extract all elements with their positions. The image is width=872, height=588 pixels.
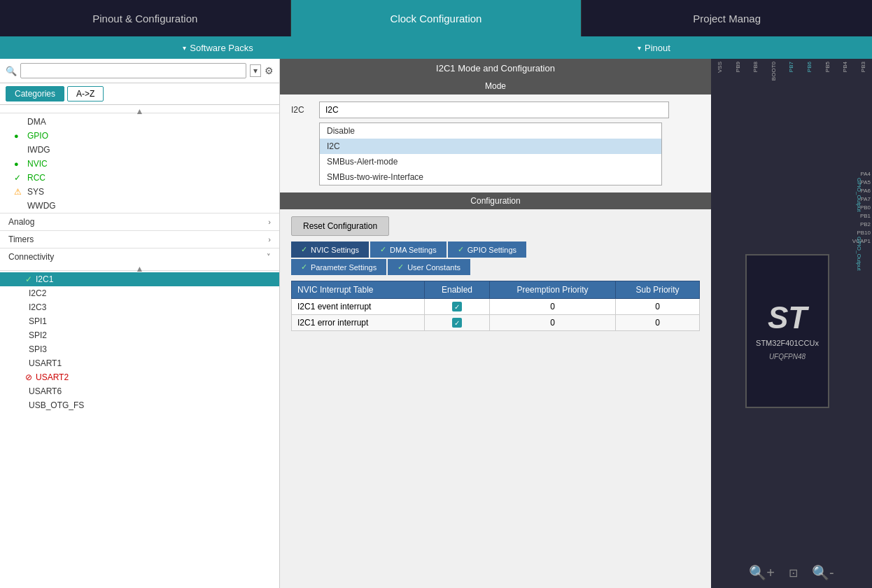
nvic-status-icon: ● <box>14 160 24 168</box>
sub-event: 0 <box>616 299 700 315</box>
sidebar-item-spi1[interactable]: SPI1 <box>0 314 279 328</box>
dropdown-overlay: Disable I2C SMBus-Alert-mode SMBus-two-w… <box>319 122 690 186</box>
user-constants-tab-icon: ✓ <box>398 262 404 272</box>
tab-nvic-settings[interactable]: ✓ NVIC Settings <box>291 241 369 258</box>
gpio-status-icon: ● <box>14 132 24 140</box>
enabled-event[interactable]: ✓ <box>425 299 490 315</box>
pin-label-boot0: BOOT0 <box>771 62 777 80</box>
nav-software-packs[interactable]: ▾ Software Packs <box>0 43 436 53</box>
tab-az[interactable]: A->Z <box>67 86 104 102</box>
sidebar-item-usart1[interactable]: USART1 <box>0 356 279 370</box>
second-navigation: ▾ Software Packs ▾ Pinout <box>0 36 872 59</box>
param-tab-icon: ✓ <box>301 262 307 272</box>
mode-header: Mode <box>280 78 711 94</box>
search-dropdown-arrow[interactable]: ▾ <box>250 64 261 77</box>
tab-gpio-settings[interactable]: ✓ GPIO Settings <box>448 241 526 258</box>
nav-clock[interactable]: Clock Configuration <box>291 0 582 36</box>
rcc-status-icon: ✓ <box>14 173 24 183</box>
sidebar-item-i2c2[interactable]: I2C2 <box>0 286 279 300</box>
config-tab-row2: ✓ Parameter Settings ✓ User Constants <box>291 259 700 275</box>
sys-status-icon: ⚠ <box>14 187 24 197</box>
zoom-in-button[interactable]: 🔍+ <box>749 564 775 581</box>
interrupt-name-event: I2C1 event interrupt <box>292 299 425 315</box>
sidebar-item-spi3[interactable]: SPI3 <box>0 342 279 356</box>
gpio-output-labels: GPIO_Output GPIO_Output <box>856 178 862 279</box>
sidebar-tab-bar: Categories A->Z <box>0 83 279 105</box>
group-timers[interactable]: Timers › <box>0 230 279 248</box>
search-icon: 🔍 <box>6 66 17 76</box>
mode-section: Mode I2C I2C Disable SMBus-Alert-mode SM… <box>280 78 711 192</box>
sidebar-item-sys[interactable]: ⚠ SYS <box>0 185 279 199</box>
zoom-out-button[interactable]: 🔍- <box>812 564 834 581</box>
sidebar-item-usart6[interactable]: USART6 <box>0 384 279 398</box>
tab-dma-settings[interactable]: ✓ DMA Settings <box>370 241 446 258</box>
main-layout: 🔍 ▾ ⚙ Categories A->Z ▲ DMA <box>0 59 872 588</box>
search-input[interactable] <box>20 63 246 78</box>
sidebar-search-bar: 🔍 ▾ ⚙ <box>0 59 279 83</box>
col-preemption-priority: Preemption Priority <box>489 281 615 299</box>
reset-configuration-button[interactable]: Reset Configuration <box>291 216 389 236</box>
col-nvic-interrupt: NVIC Interrupt Table <box>292 281 425 299</box>
dropdown-item-smbus-alert[interactable]: SMBus-Alert-mode <box>320 154 661 169</box>
tab-user-constants[interactable]: ✓ User Constants <box>388 259 470 275</box>
dropdown-item-disable[interactable]: Disable <box>320 123 661 139</box>
sidebar-item-i2c1[interactable]: ✓ I2C1 <box>0 272 279 286</box>
sidebar-item-rcc[interactable]: ✓ RCC <box>0 171 279 185</box>
col-enabled: Enabled <box>425 281 490 299</box>
checkbox-error-enabled[interactable]: ✓ <box>452 318 462 328</box>
group-analog[interactable]: Analog › <box>0 213 279 230</box>
settings-gear-icon[interactable]: ⚙ <box>265 65 274 76</box>
table-row: I2C1 error interrupt ✓ 0 0 <box>292 315 700 331</box>
checkbox-event-enabled[interactable]: ✓ <box>452 302 462 312</box>
sidebar-item-wwdg[interactable]: WWDG <box>0 199 279 213</box>
tab-categories[interactable]: Categories <box>6 86 64 102</box>
enabled-error[interactable]: ✓ <box>425 315 490 331</box>
tab-parameter-settings[interactable]: ✓ Parameter Settings <box>291 259 386 275</box>
nav-project[interactable]: Project Manag <box>582 0 872 36</box>
analog-chevron-icon: › <box>268 218 271 226</box>
pin-label-pa4: PA4 <box>852 171 872 177</box>
sidebar-item-nvic[interactable]: ● NVIC <box>0 157 279 171</box>
dropdown-item-i2c[interactable]: I2C <box>320 139 661 154</box>
sidebar-item-usb-otg-fs[interactable]: USB_OTG_FS <box>0 398 279 412</box>
sidebar-item-usart2[interactable]: ⊘ USART2 <box>0 370 279 384</box>
pin-label-pb4: PB4 <box>842 62 848 72</box>
preemption-error: 0 <box>489 315 615 331</box>
mode-select[interactable]: I2C Disable SMBus-Alert-mode SMBus-two-w… <box>319 102 669 118</box>
group-connectivity[interactable]: Connectivity ˅ <box>0 248 279 265</box>
main-content: I2C1 Mode and Configuration Mode I2C I2C… <box>280 59 711 588</box>
preemption-event: 0 <box>489 299 615 315</box>
nav-pinout-view[interactable]: ▾ Pinout <box>436 43 872 53</box>
sidebar-item-spi2[interactable]: SPI2 <box>0 328 279 342</box>
mode-row: I2C I2C Disable SMBus-Alert-mode SMBus-t… <box>291 102 700 118</box>
pin-label-vss: VSS <box>717 62 723 73</box>
sidebar-item-dma[interactable]: DMA <box>0 115 279 129</box>
table-row: I2C1 event interrupt ✓ 0 0 <box>292 299 700 315</box>
i2c1-status-icon: ✓ <box>25 274 32 284</box>
chip-logo: ST <box>768 302 807 333</box>
sidebar-item-i2c3[interactable]: I2C3 <box>0 300 279 314</box>
pinout-arrow: ▾ <box>638 44 641 52</box>
sidebar-content: ▲ DMA ● GPIO IWDG ● NVIC ✓ RCC <box>0 105 279 588</box>
zoom-fit-button[interactable]: ⊡ <box>789 566 798 580</box>
sidebar: 🔍 ▾ ⚙ Categories A->Z ▲ DMA <box>0 59 280 588</box>
dropdown-item-smbus-two[interactable]: SMBus-two-wire-Interface <box>320 169 661 185</box>
pin-label-pb7: PB7 <box>788 62 794 72</box>
pin-label-pb6: PB6 <box>806 62 813 72</box>
collapse-up-icon2[interactable]: ▲ <box>136 264 144 274</box>
col-sub-priority: Sub Priority <box>616 281 700 299</box>
pin-label-pb9: PB9 <box>735 62 741 72</box>
config-section-header: Configuration <box>280 192 711 209</box>
dropdown-list: Disable I2C SMBus-Alert-mode SMBus-two-w… <box>319 122 662 186</box>
pin-label-pb5: PB5 <box>824 62 831 72</box>
sidebar-item-iwdg[interactable]: IWDG <box>0 143 279 157</box>
chip-package: UFQFPN48 <box>769 353 806 360</box>
mode-label: I2C <box>291 105 312 115</box>
collapse-up-icon[interactable]: ▲ <box>136 106 144 116</box>
nav-pinout[interactable]: Pinout & Configuration <box>0 0 291 36</box>
chip-name: STM32F401CCUx <box>756 339 819 347</box>
usart2-status-icon: ⊘ <box>25 372 32 382</box>
top-navigation: Pinout & Configuration Clock Configurati… <box>0 0 872 36</box>
sidebar-item-gpio[interactable]: ● GPIO <box>0 129 279 143</box>
config-section-content: Reset Configuration ✓ NVIC Settings ✓ DM… <box>280 209 711 338</box>
